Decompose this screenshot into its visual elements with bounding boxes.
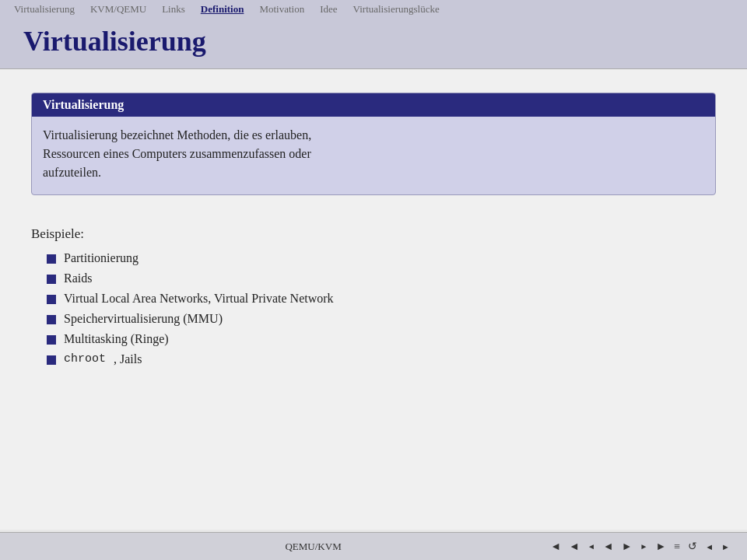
nav-zoom-out-icon[interactable]: ◄ <box>703 542 715 551</box>
topbar: Virtualisierung KVM/QEMU Links Definitio… <box>0 0 747 19</box>
nav-item-links[interactable]: Links <box>157 3 190 16</box>
nav-item-virtualisierungsluecke[interactable]: Virtualisierungslücke <box>349 3 444 16</box>
examples-section: Beispiele: Partitionierung Raids Virtual… <box>31 219 716 366</box>
list-item-text: Multitasking (Ringe) <box>64 332 169 346</box>
bullet-icon <box>47 295 56 304</box>
nav-next-icon-small[interactable]: ► <box>639 542 650 551</box>
list-item: Speichervirtualisierung (MMU) <box>47 312 716 326</box>
list-item-text: Raids <box>64 271 92 285</box>
bullet-icon <box>47 335 56 345</box>
examples-list: Partitionierung Raids Virtual Local Area… <box>31 251 716 366</box>
list-item-text: Speichervirtualisierung (MMU) <box>64 312 223 326</box>
list-item-text: Virtual Local Area Networks, Virtual Pri… <box>64 292 334 306</box>
nav-next-icon[interactable]: ► <box>620 541 634 553</box>
definition-box: Virtualisierung Virtualisierung bezeichn… <box>31 93 716 195</box>
nav-item-kvmqemu[interactable]: KVM/QEMU <box>86 3 151 16</box>
nav-prev-section-icon[interactable]: ◄ <box>567 541 581 553</box>
nav-menu-icon[interactable]: ≡ <box>672 541 682 553</box>
list-item: Virtual Local Area Networks, Virtual Pri… <box>47 292 716 306</box>
definition-box-heading: Virtualisierung <box>32 93 715 117</box>
nav-item-idee[interactable]: Idee <box>315 3 342 16</box>
list-item: Partitionierung <box>47 251 716 265</box>
nav-prev-icon-small[interactable]: ◄ <box>586 542 597 551</box>
bullet-icon <box>47 254 56 264</box>
nav-item-virtualisierung[interactable]: Virtualisierung <box>9 3 79 16</box>
list-item-suffix: , Jails <box>114 352 142 366</box>
bottombar-controls: ◄ ◄ ◄ ◄ ► ► ► ≡ ↺ ◄ ► <box>549 540 731 553</box>
bullet-icon <box>47 315 56 324</box>
nav-prev-icon[interactable]: ◄ <box>601 541 615 553</box>
definition-box-body: Virtualisierung bezeichnet Methoden, die… <box>32 117 715 194</box>
list-item-text: Partitionierung <box>64 251 139 265</box>
bullet-icon <box>47 355 56 365</box>
list-item: Multitasking (Ringe) <box>47 332 716 346</box>
list-item: chroot, Jails <box>47 352 716 366</box>
nav-first-icon[interactable]: ◄ <box>549 541 563 553</box>
bullet-icon <box>47 275 56 284</box>
list-item-mono: chroot <box>64 352 106 366</box>
page-title: Virtualisierung <box>23 25 724 58</box>
examples-title: Beispiele: <box>31 226 716 242</box>
nav-next-section-icon[interactable]: ► <box>654 541 668 553</box>
page-header: Virtualisierung <box>0 19 747 69</box>
nav-refresh-icon[interactable]: ↺ <box>686 540 699 553</box>
main-content: Virtualisierung Virtualisierung bezeichn… <box>0 69 747 530</box>
nav-item-motivation[interactable]: Motivation <box>254 3 309 16</box>
nav-zoom-in-icon[interactable]: ► <box>720 542 731 551</box>
list-item: Raids <box>47 271 716 285</box>
bottombar: QEMU/KVM ◄ ◄ ◄ ◄ ► ► ► ≡ ↺ ◄ ► <box>0 532 747 560</box>
bottombar-label: QEMU/KVM <box>285 541 341 553</box>
nav-item-definition[interactable]: Definition <box>196 3 249 16</box>
